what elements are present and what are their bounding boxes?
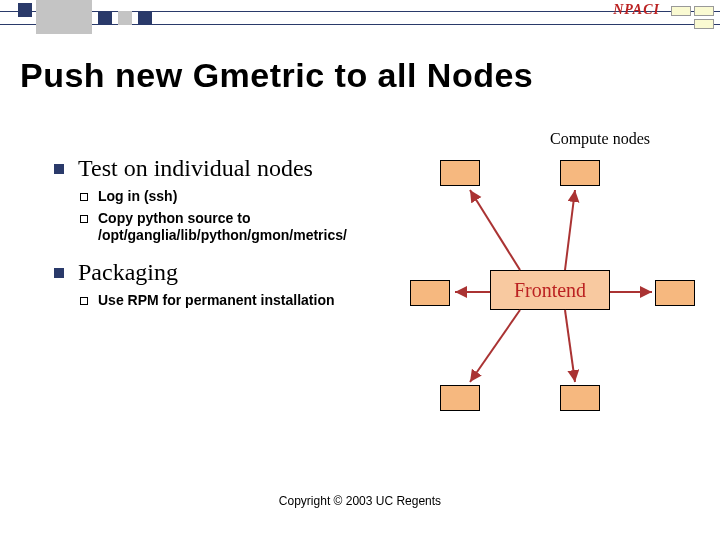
subbullet-rpm: Use RPM for permanent installation	[80, 292, 374, 310]
topology-diagram: Compute nodes Frontend	[400, 130, 700, 420]
subbullet-text: Copy python source to /opt/ganglia/lib/p…	[98, 210, 374, 245]
header-mini-diagram	[671, 6, 714, 32]
svg-line-0	[470, 190, 520, 270]
content-list: Test on individual nodes Log in (ssh) Co…	[54, 155, 374, 323]
compute-node-box	[410, 280, 450, 306]
compute-node-box	[440, 160, 480, 186]
bullet-text: Packaging	[78, 259, 178, 286]
frontend-box: Frontend	[490, 270, 610, 310]
slide: NPACI Push new Gmetric to all Nodes Test…	[0, 0, 720, 540]
hollow-square-icon	[80, 215, 88, 223]
subbullet-text: Log in (ssh)	[98, 188, 177, 206]
svg-line-5	[565, 310, 575, 382]
compute-node-box	[655, 280, 695, 306]
frontend-label: Frontend	[514, 279, 586, 302]
copyright-text: Copyright © 2003 UC Regents	[0, 494, 720, 508]
subbullet-login: Log in (ssh)	[80, 188, 374, 206]
compute-nodes-label: Compute nodes	[550, 130, 650, 148]
square-bullet-icon	[54, 164, 64, 174]
hollow-square-icon	[80, 193, 88, 201]
header-band	[0, 0, 720, 34]
bullet-test: Test on individual nodes	[54, 155, 374, 182]
subbullet-copy: Copy python source to /opt/ganglia/lib/p…	[80, 210, 374, 245]
square-bullet-icon	[54, 268, 64, 278]
compute-node-box	[560, 385, 600, 411]
compute-node-box	[560, 160, 600, 186]
subbullet-text: Use RPM for permanent installation	[98, 292, 334, 310]
svg-line-4	[470, 310, 520, 382]
logo-text: NPACI	[613, 2, 660, 18]
slide-title: Push new Gmetric to all Nodes	[20, 56, 533, 95]
svg-line-1	[565, 190, 575, 270]
hollow-square-icon	[80, 297, 88, 305]
bullet-text: Test on individual nodes	[78, 155, 313, 182]
compute-node-box	[440, 385, 480, 411]
bullet-packaging: Packaging	[54, 259, 374, 286]
